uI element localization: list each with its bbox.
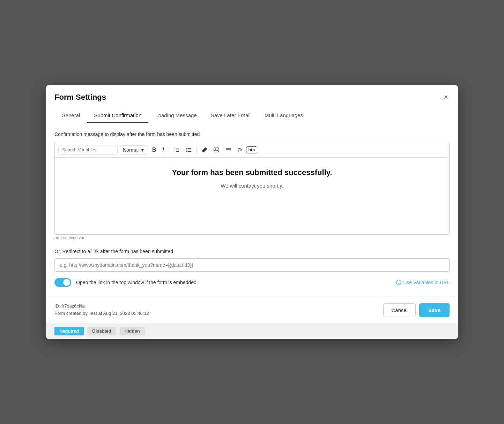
toggle-row: Open the link in the top window if the f… [54,278,450,293]
svg-point-6 [186,148,187,149]
svg-point-8 [186,151,187,152]
tab-save-later-email[interactable]: Save Later Email [204,108,258,123]
svg-point-13 [215,149,216,150]
vue-hint: orm-settings.vue [46,235,458,242]
editor-main-text: Your form has been submitted successfull… [62,168,442,177]
modal-header: Form Settings × [46,85,458,108]
unordered-list-button[interactable] [184,146,194,154]
svg-rect-0 [176,148,179,149]
modal-footer: ID: fr7daz6ckla Form created by Test at … [46,297,458,323]
modal-title: Form Settings [54,93,106,102]
link-button[interactable] [200,146,209,154]
btn-button[interactable]: btn [246,146,258,153]
close-button[interactable]: × [442,92,450,103]
editor-container: Normal ▼ B I 1 2 3 [54,142,450,235]
format-label: Normal [123,147,139,153]
editor-toolbar: Normal ▼ B I 1 2 3 [55,142,449,158]
image-icon [214,147,219,153]
svg-text:?: ? [398,281,400,285]
toggle-left: Open the link in the top window if the f… [54,278,198,287]
ordered-list-button[interactable]: 1 2 3 [172,146,182,154]
section-description: Confirmation message to display after th… [54,131,450,137]
tab-submit-confirmation[interactable]: Submit Confirmation [87,108,148,123]
editor-sub-text: We will contact you shortly. [62,183,442,189]
form-created: Form created by Test at Aug 21, 2023 05:… [54,310,149,317]
use-variables-text: Use Variables in URL [403,280,450,285]
footer-buttons: Cancel Save [383,303,450,317]
svg-rect-15 [226,149,231,150]
badge-disabled[interactable]: Disabled [87,327,116,335]
cancel-button[interactable]: Cancel [383,303,416,317]
chevron-down-icon: ▼ [140,147,145,153]
toolbar-divider-1 [169,146,169,153]
badge-hidden[interactable]: Hidden [120,327,145,335]
tab-bar: General Submit Confirmation Loading Mess… [46,108,458,123]
svg-rect-16 [226,151,231,151]
toolbar-divider-2 [197,146,197,153]
align-icon [225,147,231,153]
svg-rect-9 [188,148,191,149]
svg-text:3: 3 [175,151,176,152]
unordered-list-icon [186,147,192,153]
bottom-badge-bar: Required Disabled Hidden [46,323,458,339]
question-circle-icon: ? [396,280,401,285]
modal-body: Confirmation message to display after th… [46,123,458,235]
footer-info: ID: fr7daz6ckla Form created by Test at … [54,303,149,317]
editor-content[interactable]: Your form has been submitted successfull… [55,158,449,234]
image-button[interactable] [212,146,221,154]
svg-rect-1 [176,150,179,150]
redirect-url-input[interactable] [54,258,450,272]
svg-rect-10 [188,150,191,150]
align-button[interactable] [223,146,233,154]
tab-loading-message[interactable]: Loading Message [148,108,203,123]
format-dropdown[interactable]: Normal ▼ [120,145,148,154]
save-button[interactable]: Save [419,303,450,317]
link-icon [202,147,207,153]
use-variables-link[interactable]: ? Use Variables in URL [396,280,450,285]
form-settings-modal: Form Settings × General Submit Confirmat… [46,85,458,339]
clear-format-button[interactable]: Tx [235,146,244,154]
ordered-list-icon: 1 2 3 [174,147,180,153]
form-id: ID: fr7daz6ckla [54,303,149,310]
svg-rect-2 [176,151,179,152]
italic-button[interactable]: I [161,145,166,154]
tab-general[interactable]: General [54,108,87,123]
svg-rect-11 [188,151,191,152]
svg-point-7 [186,149,187,150]
redirect-label: Or, Redirect to a link after the form ha… [54,249,450,254]
tab-multi-languages[interactable]: Multi Languages [258,108,310,123]
search-variables-input[interactable] [58,145,118,154]
toggle-label: Open the link in the top window if the f… [76,280,198,285]
bold-button[interactable]: B [150,145,158,154]
redirect-section: Or, Redirect to a link after the form ha… [46,242,458,293]
badge-required[interactable]: Required [54,327,84,335]
top-window-toggle[interactable] [54,278,71,287]
svg-rect-14 [226,148,231,149]
